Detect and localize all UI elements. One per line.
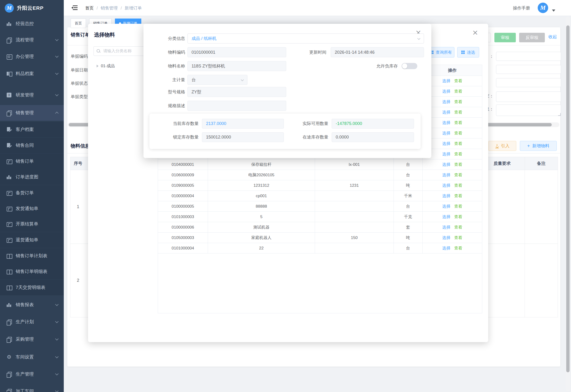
material-row-8[interactable]: 0104000001保存箱拉杆lx-001台选择查看 [158, 159, 482, 170]
view-link[interactable]: 查看 [454, 193, 462, 199]
select-link[interactable]: 选择 [442, 183, 450, 188]
sidebar-item-5[interactable]: 销售管理 [0, 105, 64, 121]
avatar[interactable]: M [538, 3, 548, 13]
view-link[interactable]: 查看 [454, 224, 462, 230]
add-material-button[interactable]: + 新增物料 [520, 141, 557, 151]
order-field-2[interactable] [496, 65, 561, 74]
sidebar-item-15[interactable]: 销售订单明细表 [0, 264, 64, 280]
sidebar-item-16[interactable]: 7天交货明细表 [0, 280, 64, 295]
sidebar-item-9[interactable]: 订单进度图 [0, 169, 64, 185]
sidebar-item-4[interactable]: 研发管理 [0, 87, 64, 103]
view-link[interactable]: 查看 [454, 99, 462, 105]
material-row-12[interactable]: 010000000588888台选择查看 [158, 201, 482, 212]
available-stock-field[interactable]: -147875.0000 [332, 119, 414, 128]
select-modal-close-icon[interactable]: × [472, 30, 478, 35]
audit-button[interactable]: 审核 [494, 33, 516, 42]
sidebar-item-1[interactable]: 流程管理 [0, 32, 64, 48]
select-link[interactable]: 选择 [442, 151, 450, 157]
current-stock-field[interactable]: 2137.0000 [202, 119, 284, 128]
select-link[interactable]: 选择 [442, 214, 450, 220]
view-link[interactable]: 查看 [454, 110, 462, 115]
select-link[interactable]: 选择 [442, 172, 450, 178]
view-link[interactable]: 查看 [454, 78, 462, 84]
import-button[interactable]: 引入 [488, 141, 516, 151]
query-all-button[interactable]: 查询所有 [428, 47, 454, 57]
sidebar-item-11[interactable]: 发货通知单 [0, 201, 64, 216]
category-tree-item[interactable]: 01-成品 [97, 63, 115, 69]
breadcrumb-item-0[interactable]: 首页 [85, 5, 94, 11]
select-link[interactable]: 选择 [442, 224, 450, 230]
sidebar-collapse-icon[interactable] [71, 4, 78, 11]
view-link[interactable]: 查看 [454, 172, 462, 178]
select-link[interactable]: 选择 [442, 245, 450, 251]
sidebar-item-17[interactable]: 销售报表 [0, 297, 64, 313]
sidebar-item-6[interactable]: 客户档案 [0, 122, 64, 137]
view-link[interactable]: 查看 [454, 245, 462, 251]
spec-field[interactable] [187, 101, 286, 111]
material-row-16[interactable]: 010100000422台选择查看 [158, 243, 482, 253]
select-link[interactable]: 选择 [442, 235, 450, 240]
select-link[interactable]: 选择 [442, 78, 450, 84]
sidebar-item-21[interactable]: 生产管理 [0, 366, 64, 382]
tab-0[interactable]: 首页 [71, 18, 86, 28]
sidebar-item-12[interactable]: 开票结算单 [0, 216, 64, 232]
view-link[interactable]: 查看 [454, 235, 462, 240]
sidebar-item-20[interactable]: 车间设置 [0, 349, 64, 365]
locked-stock-field[interactable]: 150012.0000 [202, 132, 284, 142]
allow-negative-toggle[interactable] [402, 63, 417, 69]
select-link[interactable]: 选择 [442, 110, 450, 115]
collapse-link[interactable]: 收起 [548, 34, 557, 40]
select-link[interactable]: 选择 [442, 89, 450, 94]
manual-link[interactable]: 操作手册 [513, 5, 530, 11]
multi-select-button[interactable]: 连选 [457, 47, 479, 57]
sidebar-item-19[interactable]: 采购管理 [0, 331, 64, 347]
breadcrumb-item-1[interactable]: 销售管理 [101, 5, 118, 11]
order-field-1[interactable] [496, 52, 561, 61]
view-link[interactable]: 查看 [454, 120, 462, 126]
order-field-3[interactable] [496, 78, 561, 87]
material-row-9[interactable]: 0106000009电脑20260105台选择查看 [158, 170, 482, 180]
material-row-11[interactable]: 0100000004cp001千米选择查看 [158, 191, 482, 201]
sidebar-item-2[interactable]: 办公管理 [0, 49, 64, 64]
select-link[interactable]: 选择 [442, 141, 450, 146]
material-row-13[interactable]: 01010000035千克选择查看 [158, 212, 482, 222]
view-link[interactable]: 查看 [454, 89, 462, 94]
updated-field[interactable]: 2026-01-14 14:48:46 [331, 47, 424, 57]
vertical-scrollbar-thumb[interactable] [566, 25, 570, 372]
view-link[interactable]: 查看 [454, 151, 462, 157]
select-link[interactable]: 选择 [442, 130, 450, 136]
category-select[interactable]: 成品 / 纸杯机 [187, 33, 424, 43]
view-link[interactable]: 查看 [454, 130, 462, 136]
select-link[interactable]: 选择 [442, 204, 450, 209]
unit-select[interactable]: 台 [187, 75, 247, 85]
code-field[interactable]: 0101000001 [187, 47, 286, 57]
select-link[interactable]: 选择 [442, 99, 450, 105]
view-link[interactable]: 查看 [454, 204, 462, 209]
view-link[interactable]: 查看 [454, 162, 462, 167]
material-row-15[interactable]: 0105000003家庭机器人150吨选择查看 [158, 233, 482, 243]
sidebar-item-7[interactable]: 销售合同 [0, 138, 64, 153]
tree-caret-icon[interactable] [97, 65, 99, 68]
sidebar-item-10[interactable]: 备货订单 [0, 185, 64, 201]
sidebar-item-22[interactable]: 加工车间 [0, 383, 64, 392]
sidebar-item-18[interactable]: 生产计划 [0, 314, 64, 330]
material-row-10[interactable]: 010900000512313121231吨选择查看 [158, 180, 482, 191]
material-row-14[interactable]: 0100000006测试机器套选择查看 [158, 222, 482, 233]
order-field-info[interactable] [496, 105, 561, 116]
sidebar-item-8[interactable]: 销售订单 [0, 154, 64, 169]
select-link[interactable]: 选择 [442, 162, 450, 167]
view-link[interactable]: 查看 [454, 141, 462, 146]
sidebar-item-3[interactable]: 料品档案 [0, 66, 64, 82]
name-field[interactable]: 118S ZY型纸杯机 [187, 61, 286, 71]
breadcrumb-item-2[interactable]: 新增订单 [125, 5, 142, 11]
model-field[interactable]: ZY型 [187, 87, 286, 97]
sidebar-item-0[interactable]: 经营总控 [0, 16, 64, 32]
view-link[interactable]: 查看 [454, 214, 462, 220]
sidebar-item-14[interactable]: 销售订单计划表 [0, 248, 64, 264]
unaudit-button[interactable]: 反审核 [519, 33, 545, 42]
view-link[interactable]: 查看 [454, 183, 462, 188]
transit-stock-field[interactable]: 0.0000 [332, 132, 414, 142]
select-link[interactable]: 选择 [442, 120, 450, 126]
avatar-caret-icon[interactable] [552, 10, 555, 12]
order-field-country[interactable] [496, 91, 561, 102]
